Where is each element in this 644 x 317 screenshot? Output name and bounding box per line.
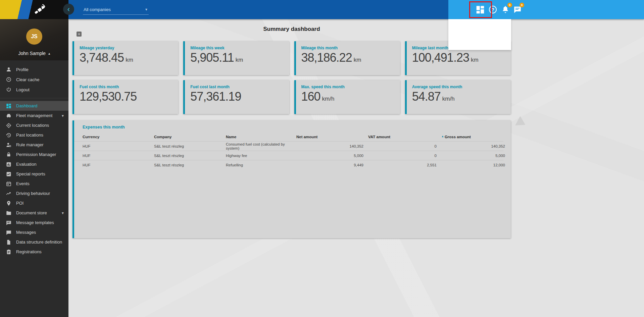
cell-currency: HUF: [83, 154, 154, 158]
company-filter-select[interactable]: All companies ▾: [83, 4, 149, 15]
cell-currency: HUF: [83, 144, 154, 148]
kpi-row-1: Mileage yesterday 3,748.45km Mileage thi…: [72, 41, 511, 75]
column-header-vat-amount[interactable]: VAT amount: [368, 135, 441, 139]
folder-icon: [6, 210, 12, 216]
sidebar-item-label: Events: [16, 181, 30, 186]
sidebar-item-label: Dashboard: [16, 103, 38, 108]
kpi-value: 5,905.11: [190, 51, 234, 64]
kpi-unit: km: [236, 57, 243, 63]
company-filter-value: All companies: [84, 7, 111, 12]
kpi-value: 38,186.22: [301, 51, 352, 64]
table-row[interactable]: HUF S&L teszt részleg Consumed fuel cost…: [74, 141, 503, 151]
user-menu-toggle[interactable]: John Sample ▴: [0, 51, 68, 56]
chevron-down-icon: ▾: [145, 7, 147, 12]
kpi-label: Fuel cost this month: [80, 85, 173, 89]
sidebar-item-label: POI: [16, 201, 23, 206]
sidebar-item-messages[interactable]: Messages: [0, 227, 68, 237]
account-menu: Profile Clear cache Logout: [0, 60, 68, 95]
kpi-unit: km: [354, 57, 361, 63]
kpi-label: Mileage this week: [190, 46, 284, 50]
sidebar-item-label: Messages: [16, 230, 36, 235]
cell-net-amount: 9,449: [296, 163, 368, 167]
cell-gross-amount: 140,352: [441, 144, 505, 148]
map-background-arrow: [515, 116, 528, 129]
dashboard-icon: [6, 103, 12, 109]
assignment-icon: [6, 249, 12, 255]
sidebar-item-past-locations[interactable]: Past locations: [0, 130, 68, 140]
menu-item-label: Logout: [16, 87, 30, 92]
lock-icon: [6, 152, 12, 158]
sidebar-item-label: Permission Manager: [16, 152, 56, 157]
menu-item-profile[interactable]: Profile: [0, 64, 68, 74]
person-icon: [6, 66, 12, 72]
column-header-name[interactable]: Name: [226, 135, 296, 139]
cell-name: Refuelling: [226, 163, 296, 167]
expenses-title: Expenses this month: [74, 125, 503, 129]
sidebar-item-evaluation[interactable]: Evaluation: [0, 159, 68, 169]
sidebar-item-label: Data structure definition: [16, 240, 62, 245]
sidebar-item-data-structure-definition[interactable]: Data structure definition: [0, 237, 68, 247]
column-header-currency[interactable]: Currency: [83, 135, 154, 139]
avatar-initials: JS: [31, 34, 38, 40]
kpi-card-max-speed-this-month: Max. speed this month 160km/h: [294, 80, 400, 114]
sidebar-item-message-templates[interactable]: Message templates: [0, 218, 68, 227]
clock-icon: [6, 76, 12, 83]
sort-ascending-icon: ▲: [441, 135, 444, 138]
cell-name: Highway fee: [226, 154, 296, 158]
cell-net-amount: 140,352: [296, 144, 368, 148]
sidebar-item-driving-behaviour[interactable]: Driving behaviour: [0, 189, 68, 198]
kpi-label: Max. speed this month: [301, 85, 395, 89]
sidebar-item-poi[interactable]: POI: [0, 198, 68, 208]
cell-vat-amount: 2,551: [368, 163, 441, 167]
collapse-sidebar-button[interactable]: ‹: [63, 4, 74, 15]
avatar[interactable]: JS: [26, 29, 42, 45]
sidebar-item-label: Fleet management: [16, 113, 52, 118]
sidebar-item-current-locations[interactable]: Current locations: [0, 120, 68, 130]
sidebar-item-label: Rule manager: [16, 142, 44, 147]
user-name: John Sample: [18, 51, 46, 56]
calendar-icon: [6, 181, 12, 187]
kpi-card-mileage-yesterday: Mileage yesterday 3,748.45km: [72, 41, 178, 75]
column-header-net-amount[interactable]: Net amount: [296, 135, 368, 139]
cell-name: Consumed fuel cost (calculated by system…: [226, 142, 296, 150]
tutorial-spotlight: [448, 19, 511, 50]
kpi-unit: km/h: [442, 96, 455, 102]
menu-item-logout[interactable]: Logout: [0, 85, 68, 95]
expenses-card: Expenses this month Currency Company Nam…: [72, 120, 511, 238]
sidebar-item-label: Past locations: [16, 133, 43, 138]
sidebar-item-dashboard[interactable]: Dashboard: [0, 101, 68, 111]
kpi-value: 129,530.75: [80, 90, 137, 103]
kpi-card-fuel-cost-last-month: Fuel cost last month 57,361.19: [183, 80, 289, 114]
column-header-gross-amount[interactable]: ▲Gross amount: [441, 135, 505, 139]
kpi-unit: km: [126, 57, 133, 63]
menu-item-label: Clear cache: [16, 77, 39, 82]
sidebar-item-events[interactable]: Events: [0, 179, 68, 189]
history-icon: [6, 132, 12, 138]
sidebar-item-special-reports[interactable]: Special reports: [0, 169, 68, 179]
topbar: All companies ▾ ? 0 0: [68, 0, 644, 19]
table-row[interactable]: HUF S&L teszt részleg Refuelling 9,449 2…: [74, 160, 503, 169]
menu-item-clear-cache[interactable]: Clear cache: [0, 74, 68, 85]
map-pin-icon: [6, 200, 12, 206]
main-content: + Summary dashboard Mileage yesterday 3,…: [68, 19, 644, 317]
sidebar-item-document-store[interactable]: Document store ▾: [0, 208, 68, 218]
user-panel: JS John Sample ▴: [0, 19, 68, 60]
kpi-label: Average speed this month: [412, 85, 505, 89]
kpi-unit: km/h: [322, 96, 335, 102]
cell-gross-amount: 5,000: [441, 154, 505, 158]
cell-company: S&L teszt részleg: [154, 163, 226, 167]
satellite-icon: [33, 3, 46, 16]
brand-logo: [0, 0, 68, 19]
sidebar-item-label: Driving behaviour: [16, 191, 50, 196]
kpi-value: 54.87: [412, 90, 441, 103]
table-row[interactable]: HUF S&L teszt részleg Highway fee 5,000 …: [74, 151, 503, 160]
page-title: Summary dashboard: [72, 19, 511, 33]
gps-target-icon: [6, 122, 12, 128]
sidebar-item-rule-manager[interactable]: Rule manager: [0, 140, 68, 150]
sidebar-item-permission-manager[interactable]: Permission Manager: [0, 150, 68, 159]
trending-up-icon: [6, 191, 12, 197]
sidebar-item-fleet-management[interactable]: Fleet management ▾: [0, 111, 68, 120]
sidebar-item-registrations[interactable]: Registrations: [0, 247, 68, 257]
column-header-company[interactable]: Company: [154, 135, 226, 139]
sidebar-item-label: Message templates: [16, 220, 54, 225]
